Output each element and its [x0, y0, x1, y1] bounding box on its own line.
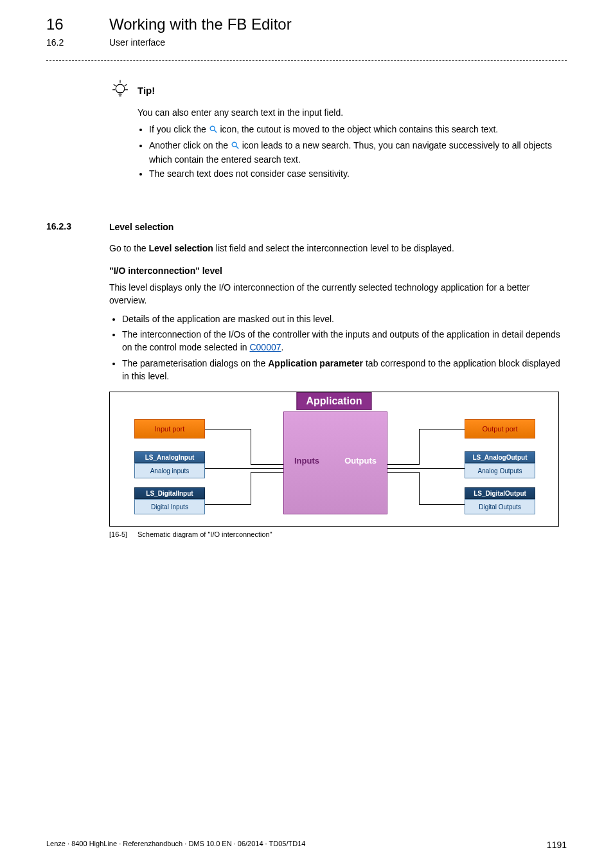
page-footer: Lenze · 8400 HighLine · Referenzhandbuch… — [46, 840, 567, 850]
body-text: Go to the Level selection list field and… — [109, 242, 567, 255]
diagram-ls-analoginput-header: LS_AnalogInput — [134, 451, 205, 463]
diagram-wire — [419, 504, 465, 505]
divider — [46, 60, 567, 61]
diagram-ls-analogoutput-body: Analog Outputs — [465, 463, 535, 478]
list-item: The parameterisation dialogs on the Appl… — [122, 357, 567, 383]
diagram-ls-digitaloutput-body: Digital Outputs — [465, 499, 535, 514]
svg-point-3 — [232, 142, 236, 147]
diagram-ls-digitalinput-body: Digital Inputs — [134, 499, 205, 514]
lightbulb-icon — [109, 78, 131, 102]
diagram-wire — [251, 472, 283, 473]
body-text: This level displays only the I/O interco… — [109, 281, 567, 307]
diagram-wire — [387, 464, 420, 465]
diagram-io-interconnection: Application Inputs Outputs Input port LS… — [109, 392, 559, 527]
chapter-number: 16 — [46, 15, 109, 33]
diagram-wire — [387, 472, 420, 473]
svg-line-2 — [214, 131, 217, 133]
tip-bullet: If you click the icon, the cutout is mov… — [149, 123, 567, 137]
figure-caption: [16-5]Schematic diagram of "I/O intercon… — [109, 530, 559, 538]
tip-bullet: Another click on the icon leads to a new… — [149, 139, 567, 167]
diagram-wire — [419, 429, 420, 464]
svg-point-1 — [210, 126, 215, 131]
svg-point-0 — [116, 84, 125, 93]
list-item: The interconnection of the I/Os of the c… — [122, 328, 567, 354]
figure-tag: [16-5] — [109, 530, 138, 538]
diagram-wire — [387, 468, 465, 469]
diagram-wire — [205, 468, 283, 469]
svg-line-4 — [236, 146, 238, 149]
link-c00007[interactable]: C00007 — [249, 342, 281, 352]
diagram-wire — [205, 504, 251, 505]
diagram-ls-digitaloutput-header: LS_DigitalOutput — [465, 487, 535, 499]
tip-label: Tip! — [138, 85, 155, 96]
tip-block: Tip! You can also enter any search text … — [109, 78, 567, 180]
chapter-title: Working with the FB Editor — [109, 15, 292, 33]
diagram-input-port: Input port — [134, 419, 205, 439]
subsection-heading: 16.2.3Level selection — [46, 221, 567, 233]
chapter-heading: 16Working with the FB Editor — [46, 15, 567, 33]
diagram-ls-analogoutput-header: LS_AnalogOutput — [465, 451, 535, 463]
body-subheading: "I/O interconnection" level — [109, 264, 567, 277]
diagram-wire — [205, 429, 251, 429]
diagram-ls-analoginput-body: Analog inputs — [134, 463, 205, 478]
tip-bullet: The search text does not consider case s… — [149, 167, 567, 180]
subsection-title: Level selection — [109, 222, 173, 232]
diagram-output-port: Output port — [465, 419, 535, 439]
diagram-wire — [251, 464, 283, 465]
subsection-number: 16.2.3 — [46, 221, 109, 231]
diagram-wire — [251, 429, 251, 464]
diagram-wire — [251, 472, 251, 504]
magnifier-icon — [209, 124, 218, 137]
figure-text: Schematic diagram of "I/O interconnectio… — [138, 530, 272, 538]
section-title: User interface — [109, 37, 165, 48]
list-item: Details of the application are masked ou… — [122, 312, 567, 325]
page-number: 1191 — [547, 840, 567, 850]
diagram-app-body: Inputs Outputs — [283, 411, 387, 514]
section-heading: 16.2User interface — [46, 37, 567, 48]
magnifier-icon — [231, 140, 240, 153]
tip-intro: You can also enter any search text in th… — [138, 106, 567, 119]
diagram-inputs-label: Inputs — [294, 456, 319, 466]
diagram-ls-digitalinput-header: LS_DigitalInput — [134, 487, 205, 499]
diagram-app-header: Application — [296, 392, 371, 410]
diagram-wire — [419, 429, 465, 429]
diagram-outputs-label: Outputs — [344, 456, 377, 466]
diagram-wire — [419, 472, 420, 504]
footer-left: Lenze · 8400 HighLine · Referenzhandbuch… — [46, 840, 305, 850]
section-number: 16.2 — [46, 37, 109, 48]
